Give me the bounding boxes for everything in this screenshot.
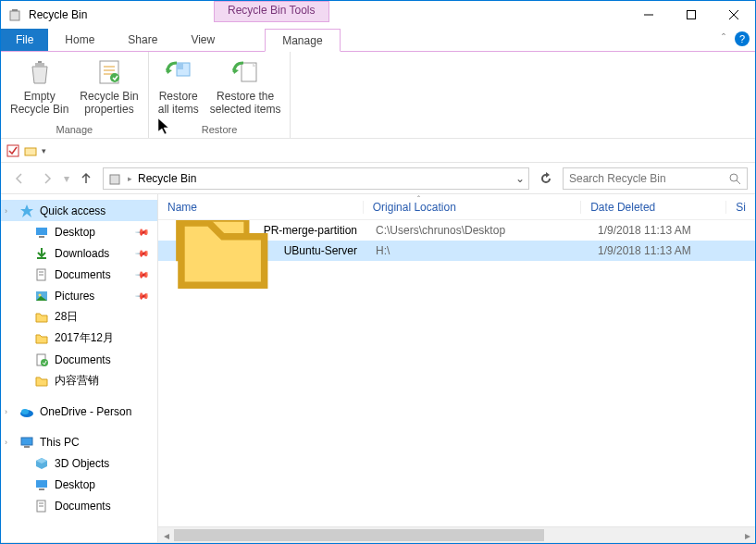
recycle-bin-properties-button[interactable]: Recycle Bin properties	[74, 54, 143, 122]
file-tab[interactable]: File	[1, 29, 48, 51]
address-bar[interactable]: ▸ Recycle Bin ⌄	[103, 167, 529, 190]
chevron-right-icon[interactable]: ▸	[128, 174, 132, 183]
svg-point-11	[110, 73, 119, 82]
new-folder-icon[interactable]	[23, 143, 38, 158]
contextual-tab-label: Recycle Bin Tools	[214, 1, 329, 22]
svg-point-29	[41, 359, 48, 366]
scroll-left-icon[interactable]: ◂	[158, 527, 174, 542]
sidebar-item[interactable]: Documents	[1, 495, 157, 516]
sort-ascending-icon: ˆ	[417, 194, 420, 204]
maximize-button[interactable]	[670, 1, 713, 29]
svg-rect-34	[36, 480, 47, 488]
sidebar-item[interactable]: Documents📌	[1, 264, 157, 285]
folder-icon	[34, 310, 49, 325]
svg-line-19	[737, 180, 740, 184]
3d-objects-icon	[34, 456, 49, 471]
scroll-right-icon[interactable]: ▸	[739, 527, 755, 542]
svg-rect-32	[21, 438, 32, 445]
minimize-button[interactable]	[627, 1, 670, 29]
sidebar-quick-access[interactable]: › Quick access	[1, 200, 157, 221]
svg-point-18	[730, 174, 737, 181]
desktop-icon	[34, 477, 49, 492]
column-original-location[interactable]: Original Location	[363, 201, 580, 214]
forward-button[interactable]	[36, 167, 58, 190]
tab-share[interactable]: Share	[111, 29, 174, 51]
svg-rect-6	[35, 63, 44, 67]
tab-home[interactable]: Home	[48, 29, 111, 51]
svg-rect-1	[12, 9, 18, 11]
sidebar-item[interactable]: 3D Objects	[1, 452, 157, 474]
svg-point-31	[21, 409, 29, 414]
restore-all-icon	[164, 57, 193, 87]
sidebar-item[interactable]: 28日	[1, 306, 157, 328]
refresh-button[interactable]	[535, 167, 557, 190]
history-dropdown-icon[interactable]: ▾	[64, 172, 69, 185]
properties-icon	[94, 57, 124, 87]
sidebar-item[interactable]: Documents	[1, 349, 157, 370]
help-icon[interactable]: ?	[735, 31, 750, 46]
restore-selected-items-button[interactable]: Restore the selected items	[204, 54, 287, 122]
quick-access-toolbar: ▾	[1, 139, 755, 163]
ribbon-group-restore: Restore all items Restore the selected i…	[149, 52, 291, 138]
close-button[interactable]	[713, 1, 755, 29]
search-icon[interactable]	[728, 172, 741, 185]
sidebar-onedrive[interactable]: › OneDrive - Person	[1, 401, 157, 422]
up-button[interactable]	[75, 167, 97, 190]
tab-manage[interactable]: Manage	[265, 29, 340, 52]
chevron-right-icon[interactable]: ›	[5, 206, 7, 216]
svg-rect-16	[25, 148, 36, 155]
sidebar-item[interactable]: Desktop📌	[1, 221, 157, 242]
column-headers: Name ˆ Original Location Date Deleted Si	[158, 194, 755, 220]
ribbon-group-label: Manage	[56, 122, 93, 138]
chevron-right-icon[interactable]: ›	[5, 438, 7, 447]
recycle-bin-icon	[25, 57, 55, 87]
sidebar-item[interactable]: Pictures📌	[1, 285, 157, 306]
folder-icon	[167, 220, 279, 306]
horizontal-scrollbar[interactable]: ◂ ▸	[158, 526, 755, 542]
qat-dropdown-icon[interactable]: ▾	[42, 146, 46, 155]
pin-icon: 📌	[135, 245, 150, 260]
sidebar-item[interactable]: Downloads📌	[1, 242, 157, 264]
sidebar-item[interactable]: 内容营销	[1, 370, 157, 391]
pin-icon: 📌	[135, 288, 150, 303]
breadcrumb[interactable]: Recycle Bin	[138, 172, 196, 185]
column-date-deleted[interactable]: Date Deleted	[580, 201, 725, 214]
properties-checkbox-icon[interactable]	[6, 144, 19, 157]
collapse-ribbon-icon[interactable]: ˆ	[722, 32, 725, 45]
tab-view[interactable]: View	[174, 29, 231, 51]
pin-icon: 📌	[135, 266, 150, 281]
column-name[interactable]: Name	[158, 201, 363, 214]
search-input[interactable]	[569, 172, 728, 185]
column-size[interactable]: Si	[725, 201, 755, 214]
search-box[interactable]	[563, 167, 748, 190]
documents-green-icon	[34, 352, 49, 367]
address-dropdown-icon[interactable]: ⌄	[515, 172, 525, 185]
svg-rect-3	[688, 11, 696, 19]
recycle-bin-icon	[107, 171, 122, 186]
file-list-pane: Name ˆ Original Location Date Deleted Si…	[158, 194, 755, 542]
documents-icon	[34, 499, 49, 513]
ribbon-group-label: Restore	[202, 122, 238, 138]
chevron-right-icon[interactable]: ›	[5, 407, 7, 416]
restore-all-items-button[interactable]: Restore all items	[153, 54, 204, 122]
scrollbar-thumb[interactable]	[174, 529, 544, 541]
sidebar-item[interactable]: Desktop	[1, 474, 157, 495]
svg-rect-0	[10, 11, 19, 20]
svg-rect-17	[110, 175, 119, 184]
sidebar-this-pc[interactable]: › This PC	[1, 431, 157, 452]
empty-recycle-bin-button[interactable]: Empty Recycle Bin	[5, 54, 74, 122]
svg-rect-15	[7, 145, 19, 156]
svg-rect-33	[24, 446, 30, 448]
star-icon	[19, 204, 34, 218]
svg-rect-20	[36, 228, 47, 235]
navigation-pane: › Quick access Desktop📌Downloads📌Documen…	[1, 194, 158, 542]
file-list[interactable]: PR-merge-partitionC:\Users\chrunos\Deskt…	[158, 220, 755, 526]
back-button[interactable]	[8, 167, 31, 190]
desktop-icon	[34, 225, 49, 240]
restore-selected-icon	[230, 57, 260, 87]
sidebar-item[interactable]: 2017年12月	[1, 328, 157, 349]
documents-icon	[34, 267, 49, 282]
table-row[interactable]: UBuntu-ServerH:\1/9/2018 11:13 AM	[158, 241, 755, 261]
onedrive-icon	[19, 404, 34, 419]
this-pc-icon	[19, 435, 34, 450]
